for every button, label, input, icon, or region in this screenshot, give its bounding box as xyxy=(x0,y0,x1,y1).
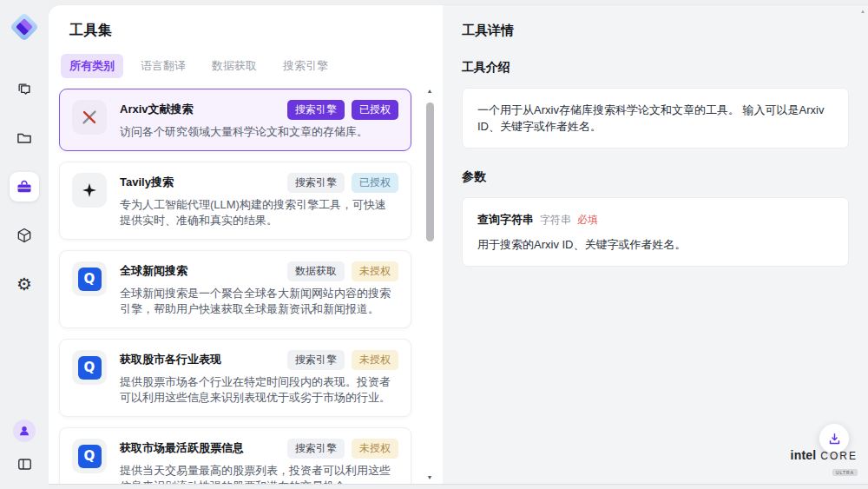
param-name: 查询字符串 xyxy=(477,211,534,228)
tool-intro-card: 一个用于从Arxiv存储库搜索科学论文和文章的工具。 输入可以是Arxiv ID… xyxy=(462,88,849,149)
tool-description: 全球新闻搜索是一个聚合全球各大新闻网站内容的搜索引擎，帮助用户快速获取全球最新资… xyxy=(120,286,398,317)
q-finance-logo-icon: Q xyxy=(72,439,107,473)
panel-scroll-up-icon[interactable]: ▲ xyxy=(860,9,865,14)
tools-panel: 工具集 所有类别语言翻译数据获取搜索引擎 Arxiv文献搜索 搜索引擎 已授权 … xyxy=(49,5,443,484)
user-avatar[interactable] xyxy=(13,420,36,442)
core-wordmark: CORE xyxy=(820,450,858,462)
app-logo xyxy=(10,12,39,42)
folder-icon[interactable] xyxy=(10,123,39,153)
category-tab-1[interactable]: 语言翻译 xyxy=(132,54,194,78)
category-tab-0[interactable]: 所有类别 xyxy=(61,54,123,78)
category-tab-3[interactable]: 搜索引擎 xyxy=(274,54,337,78)
tool-description: 访问各个研究领域大量科学论文和文章的存储库。 xyxy=(120,124,398,140)
tool-title: 获取市场最活跃股票信息 xyxy=(120,439,244,456)
category-tab-2[interactable]: 数据获取 xyxy=(203,54,266,78)
arxiv-logo-icon xyxy=(72,100,107,135)
list-scrollbar[interactable]: ▲ ▼ xyxy=(424,87,435,482)
chat-icon[interactable] xyxy=(10,75,39,104)
scroll-up-icon[interactable]: ▲ xyxy=(427,87,433,96)
params-section-title: 参数 xyxy=(462,169,849,185)
param-required-flag: 必填 xyxy=(577,212,598,228)
tool-details-panel: ▲ 工具详情 工具介绍 一个用于从Arxiv存储库搜索科学论文和文章的工具。 输… xyxy=(443,5,868,484)
param-type: 字符串 xyxy=(540,212,571,228)
details-title: 工具详情 xyxy=(462,23,849,39)
tool-card-1[interactable]: Tavily搜索 搜索引擎 已授权 专为人工智能代理(LLM)构建的搜索引擎工具… xyxy=(59,162,411,240)
scrollbar-thumb[interactable] xyxy=(426,102,434,241)
parameter-card: 查询字符串 字符串 必填 用于搜索的Arxiv ID、关键字或作者姓名。 xyxy=(462,197,849,267)
tool-card-0[interactable]: Arxiv文献搜索 搜索引擎 已授权 访问各个研究领域大量科学论文和文章的存储库… xyxy=(59,89,411,151)
app-frame: 工具集 所有类别语言翻译数据获取搜索引擎 Arxiv文献搜索 搜索引擎 已授权 … xyxy=(49,5,868,484)
tool-list: Arxiv文献搜索 搜索引擎 已授权 访问各个研究领域大量科学论文和文章的存储库… xyxy=(49,87,443,484)
auth-status-badge: 已授权 xyxy=(352,173,398,193)
gear-icon[interactable]: ⚙ xyxy=(10,269,39,299)
cube-icon[interactable] xyxy=(10,221,39,250)
tool-title: Tavily搜索 xyxy=(120,173,174,190)
param-description: 用于搜索的Arxiv ID、关键字或作者姓名。 xyxy=(477,236,833,253)
tool-description: 提供当天交易量最高的股票列表，投资者可以利用这些信息来识别流动性强的股票和潜在的… xyxy=(120,463,398,484)
tool-description: 提供股票市场各个行业在特定时间段内的表现。投资者可以利用这些信息来识别表现优于或… xyxy=(120,374,398,406)
intel-core-logo: intel CORE ULTRA xyxy=(791,448,858,478)
category-badge: 搜索引擎 xyxy=(287,350,345,370)
page-title: 工具集 xyxy=(69,22,422,40)
tavily-star-icon xyxy=(72,173,107,208)
category-badge: 搜索引擎 xyxy=(287,173,345,193)
scroll-down-icon[interactable]: ▼ xyxy=(427,473,433,482)
left-rail: ⚙ xyxy=(0,0,49,489)
tool-title: Arxiv文献搜索 xyxy=(120,100,194,117)
intro-section-title: 工具介绍 xyxy=(462,60,849,76)
toolbox-icon[interactable] xyxy=(10,172,39,202)
category-badge: 搜索引擎 xyxy=(287,100,345,120)
auth-status-badge: 未授权 xyxy=(352,439,398,459)
category-tabs: 所有类别语言翻译数据获取搜索引擎 xyxy=(61,54,422,78)
auth-status-badge: 未授权 xyxy=(352,350,398,370)
category-badge: 搜索引擎 xyxy=(287,439,345,459)
auth-status-badge: 未授权 xyxy=(352,261,398,281)
q-finance-logo-icon: Q xyxy=(72,350,107,385)
tool-intro-text: 一个用于从Arxiv存储库搜索科学论文和文章的工具。 输入可以是Arxiv ID… xyxy=(477,103,824,133)
intel-wordmark: intel xyxy=(791,448,817,462)
ultra-badge: ULTRA xyxy=(832,469,858,476)
tool-description: 专为人工智能代理(LLM)构建的搜索引擎工具，可快速提供实时、准确和真实的结果。 xyxy=(120,197,398,228)
tool-title: 全球新闻搜索 xyxy=(120,261,187,279)
tool-card-2[interactable]: Q 全球新闻搜索 数据获取 未授权 全球新闻搜索是一个聚合全球各大新闻网站内容的… xyxy=(59,250,411,328)
auth-status-badge: 已授权 xyxy=(352,100,398,120)
tool-card-3[interactable]: Q 获取股市各行业表现 搜索引擎 未授权 提供股票市场各个行业在特定时间段内的表… xyxy=(59,339,411,417)
category-badge: 数据获取 xyxy=(287,261,345,281)
q-news-logo-icon: Q xyxy=(72,261,107,296)
tool-title: 获取股市各行业表现 xyxy=(120,350,221,367)
panel-toggle-icon[interactable] xyxy=(10,453,39,475)
tool-card-4[interactable]: Q 获取市场最活跃股票信息 搜索引擎 未授权 提供当天交易量最高的股票列表，投资… xyxy=(59,427,411,484)
